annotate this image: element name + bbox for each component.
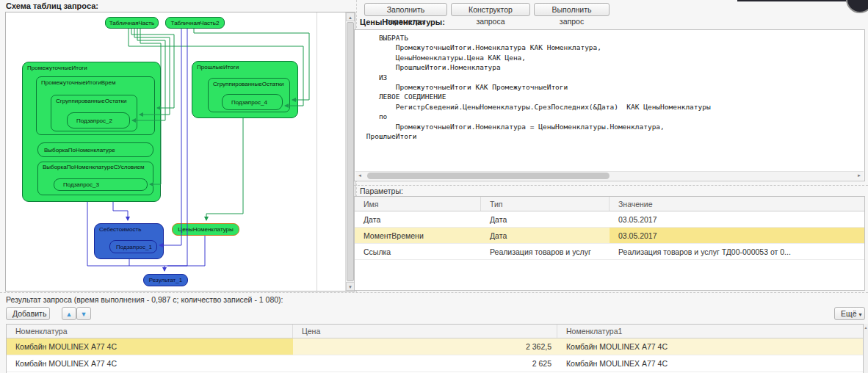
diagram-box-podzapros-3[interactable]: Подзапрос_3 xyxy=(54,178,148,191)
query-title: ЦеныНоменклатуры: xyxy=(360,18,445,26)
diagram-box-vyborka-po-nomenklature[interactable]: ВыборкаПоНоменклатуре xyxy=(37,142,153,157)
result-section-title: Результат запроса (время выполнения - 0,… xyxy=(6,295,283,304)
results-splitter[interactable] xyxy=(0,292,868,293)
add-button[interactable]: Добавить xyxy=(6,307,50,320)
move-up-button[interactable]: ▲ xyxy=(62,307,76,320)
query-text-editor[interactable]: ВЫБРАТЬ ПромежуточныеИтоги.Номенклатура … xyxy=(354,29,865,181)
scroll-right-icon[interactable]: ► xyxy=(855,172,864,180)
selected-parameter-value-cell[interactable]: 03.05.2017 xyxy=(610,228,864,243)
execute-query-button[interactable]: Выполнить запрос xyxy=(534,3,610,16)
query-params-splitter[interactable] xyxy=(354,185,868,186)
diagram-sheet-boundary xyxy=(317,12,317,291)
result-row-2[interactable]: Комбайн MOULINEX А77 4С 2 625 Комбайн MO… xyxy=(7,355,863,372)
move-down-button[interactable]: ▼ xyxy=(76,307,91,320)
video-overlay-circle xyxy=(846,0,868,13)
diagram-box-podzapros-4[interactable]: Подзапрос_4 xyxy=(222,94,283,110)
more-button[interactable]: Ещё▾ xyxy=(834,307,865,320)
param-col-name[interactable]: Имя xyxy=(355,197,481,211)
query-text-content[interactable]: ВЫБРАТЬ ПромежуточныеИтоги.Номенклатура … xyxy=(362,33,853,169)
results-scroll-up-icon[interactable]: ▲ xyxy=(864,325,868,330)
schema-section-title: Схема таблиц запроса: xyxy=(6,1,98,10)
results-table: Номенклатура Цена Номенклатура1 Комбайн … xyxy=(6,324,864,373)
results-vertical-scrollbar[interactable]: ▲ xyxy=(864,324,868,373)
query-horizontal-scrollbar[interactable]: ◄ ► xyxy=(355,171,864,180)
parameter-row-data[interactable]: Дата Дата 03.05.2017 xyxy=(355,211,864,228)
parameters-section-title: Параметры: xyxy=(360,186,403,195)
fill-parameters-button[interactable]: Заполнить параметры xyxy=(364,3,447,16)
diagram-box-podzapros-1[interactable]: Подзапрос_1 xyxy=(109,240,157,253)
parameter-row-moment-vremeni[interactable]: МоментВремени Дата 03.05.2017 xyxy=(355,228,864,244)
diagram-box-tablichnaya-chast2[interactable]: ТабличнаяЧасть2 xyxy=(165,17,225,29)
diagram-box-tablichnaya-chast[interactable]: ТабличнаяЧасть xyxy=(105,17,159,29)
parameter-row-ssylka[interactable]: Ссылка Реализация товаров и услуг Реализ… xyxy=(355,244,864,260)
dropdown-arrow-icon: ▾ xyxy=(858,311,861,318)
results-table-header: Номенклатура Цена Номенклатура1 xyxy=(7,325,863,338)
diagram-box-rezultat-1[interactable]: Результат_1 xyxy=(143,274,188,286)
parameters-table-header: Имя Тип Значение xyxy=(355,197,864,211)
down-arrow-icon: ▼ xyxy=(81,311,87,318)
scroll-up-icon[interactable]: ▲ xyxy=(346,12,355,21)
result-col-nomenclature[interactable]: Номенклатура xyxy=(7,325,293,338)
diagram-box-tseny-nomenklatury[interactable]: ЦеныНоменклатуры xyxy=(172,223,239,236)
parameters-table: Имя Тип Значение Дата Дата 03.05.2017 Мо… xyxy=(354,196,865,291)
query-scrollbar-thumb[interactable] xyxy=(367,173,610,179)
param-col-type[interactable]: Тип xyxy=(481,197,610,211)
up-arrow-icon: ▲ xyxy=(66,311,73,318)
scroll-left-icon[interactable]: ◄ xyxy=(355,172,364,180)
diagram-box-podzapros-2[interactable]: Подзапрос_2 xyxy=(67,112,130,128)
selected-result-cell[interactable]: Комбайн MOULINEX А77 4С xyxy=(7,338,293,355)
param-col-value[interactable]: Значение xyxy=(610,197,864,211)
query-constructor-button[interactable]: Конструктор запроса xyxy=(451,3,530,16)
query-schema-diagram: ТабличнаяЧасть ТабличнаяЧасть2 Промежуто… xyxy=(5,12,355,291)
result-col-price[interactable]: Цена xyxy=(293,325,557,338)
result-col-nomenclature1[interactable]: Номенклатура1 xyxy=(557,325,863,338)
diagram-scrollbar-thumb[interactable] xyxy=(347,22,354,281)
result-row-1[interactable]: Комбайн MOULINEX А77 4С 2 362,5 Комбайн … xyxy=(7,338,863,355)
